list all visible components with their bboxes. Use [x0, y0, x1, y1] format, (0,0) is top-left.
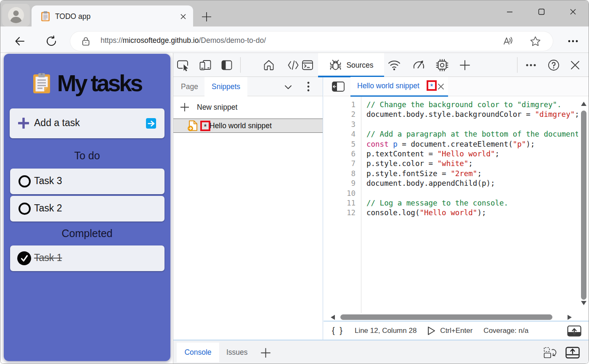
profile-button[interactable]	[2, 4, 30, 26]
editor-tab-close-button[interactable]	[436, 82, 446, 91]
devtools-main: Page Snippets New snippet	[173, 77, 589, 340]
task-checkbox[interactable]	[19, 175, 31, 187]
expand-panel-icon[interactable]	[567, 325, 581, 337]
devtools-toolbar: Sources	[173, 53, 589, 77]
browser-toolbar: https://microsoftedge.github.io/Demos/de…	[0, 26, 589, 53]
drawer-more-tabs-button[interactable]	[260, 347, 271, 358]
favorites-button[interactable]	[530, 36, 541, 47]
run-snippet-icon[interactable]	[427, 326, 436, 336]
add-task-form[interactable]: Add a task	[10, 108, 164, 138]
devtools-close-button[interactable]	[568, 58, 582, 72]
device-emulation-icon	[199, 59, 212, 71]
inspect-element-button[interactable]	[175, 58, 190, 72]
todo-app-title: My tasks	[57, 70, 141, 97]
cursor-position: Line 12, Column 28	[355, 327, 417, 335]
more-navigator-tabs-button[interactable]	[284, 82, 293, 92]
browser-tab[interactable]: TODO app	[32, 5, 193, 26]
minimize-icon	[507, 9, 513, 15]
maximize-button[interactable]	[525, 0, 557, 23]
snippet-list-item[interactable]: * Hello world snippet	[173, 119, 323, 133]
vertical-scrollbar[interactable]	[578, 96, 589, 313]
hide-navigator-button[interactable]	[330, 80, 346, 93]
scroll-right-icon[interactable]	[567, 314, 572, 320]
expand-drawer-button[interactable]	[565, 346, 580, 360]
devtools-drawer: Console Issues	[173, 340, 589, 364]
editor-statusbar: { } Line 12, Column 28 Ctrl+Enter Covera…	[324, 321, 589, 340]
tab-welcome[interactable]	[262, 58, 276, 72]
close-window-button[interactable]	[557, 0, 589, 23]
url-text: https://microsoftedge.github.io/Demos/de…	[101, 36, 266, 45]
more-tabs-button[interactable]	[458, 58, 472, 72]
tab-memory[interactable]	[435, 58, 449, 72]
unsaved-marker: *	[430, 82, 433, 91]
code-line: const p = document.createElement("p");	[366, 140, 535, 149]
dock-side-button[interactable]	[220, 58, 234, 72]
line-number: 5	[330, 140, 356, 149]
close-icon	[437, 83, 445, 90]
drawer-tab-console[interactable]: Console	[177, 343, 219, 362]
line-number: 12	[330, 208, 356, 218]
code-editor[interactable]: 123456789101112 // Change the background…	[324, 96, 589, 313]
browser-titlebar: TODO app	[0, 0, 589, 26]
new-snippet-button[interactable]: New snippet	[173, 96, 323, 118]
browser-menu-button[interactable]	[565, 34, 581, 48]
back-arrow-icon	[14, 35, 26, 47]
tab-network[interactable]	[387, 58, 401, 72]
window-controls	[494, 0, 589, 21]
navigator-tab-snippets[interactable]: Snippets	[204, 77, 247, 97]
line-number: 1	[330, 100, 356, 110]
refresh-button[interactable]	[44, 34, 58, 48]
tab-close-button[interactable]	[178, 11, 188, 21]
editor-tab-hello-world-snippet[interactable]: Hello world snippet *	[350, 77, 448, 97]
tab-elements[interactable]	[286, 58, 300, 72]
navigator-menu-button[interactable]	[304, 82, 313, 91]
plus-icon	[201, 11, 212, 22]
minimize-button[interactable]	[494, 0, 525, 23]
editor-tab-title: Hello world snippet	[357, 82, 419, 90]
address-bar[interactable]: https://microsoftedge.github.io/Demos/de…	[70, 32, 553, 51]
tab-performance[interactable]	[411, 58, 426, 72]
add-task-input[interactable]: Add a task	[34, 117, 80, 129]
add-task-submit-button[interactable]	[146, 118, 156, 129]
task-row[interactable]: Task 2	[10, 196, 164, 222]
navigator-tab-page[interactable]: Page	[173, 77, 206, 96]
devtools-more-button[interactable]	[524, 58, 538, 72]
back-button[interactable]	[13, 34, 27, 48]
drawer-activity-button[interactable]	[542, 346, 557, 360]
tab-title: TODO app	[55, 12, 90, 21]
tab-sources[interactable]: Sources	[318, 53, 384, 77]
new-tab-button[interactable]	[200, 11, 213, 22]
profile-avatar	[8, 7, 24, 23]
url-path: /Demos/demo-to-do/	[199, 36, 266, 45]
unsaved-marker-annotation: *	[200, 121, 210, 131]
line-number: 3	[330, 120, 356, 129]
task-row[interactable]: Task 3	[10, 169, 164, 194]
editor-tabs: Hello world snippet *	[324, 77, 589, 96]
read-aloud-button[interactable]	[502, 36, 513, 47]
pretty-print-button[interactable]: { }	[332, 326, 344, 335]
task-checkbox[interactable]	[19, 203, 31, 215]
line-number: 6	[330, 149, 356, 159]
device-emulation-button[interactable]	[198, 58, 212, 72]
devtools-panel: Sources	[173, 53, 589, 364]
scroll-down-icon[interactable]	[581, 301, 587, 306]
code-brackets-icon	[287, 60, 299, 70]
snippet-name: Hello world snippet	[210, 121, 272, 130]
drawer-tab-issues[interactable]: Issues	[225, 343, 249, 362]
horizontal-scrollbar-thumb[interactable]	[340, 314, 552, 320]
completed-section-label: Completed	[4, 227, 170, 240]
run-shortcut-label: Ctrl+Enter	[440, 327, 472, 335]
task-checkbox-checked[interactable]	[17, 251, 31, 265]
kebab-menu-icon	[307, 82, 310, 92]
tab-console[interactable]	[300, 58, 315, 72]
devtools-help-button[interactable]	[547, 58, 561, 72]
horizontal-scrollbar[interactable]	[324, 313, 589, 321]
scroll-left-icon[interactable]	[330, 314, 335, 320]
sources-tab-label: Sources	[346, 61, 373, 70]
vertical-scrollbar-thumb[interactable]	[581, 111, 586, 300]
scroll-up-icon[interactable]	[581, 101, 587, 106]
url-host: microsoftedge.github.io	[123, 36, 199, 45]
lock-icon	[82, 37, 90, 46]
star-icon	[530, 36, 541, 47]
task-row[interactable]: Task 1	[10, 245, 164, 271]
